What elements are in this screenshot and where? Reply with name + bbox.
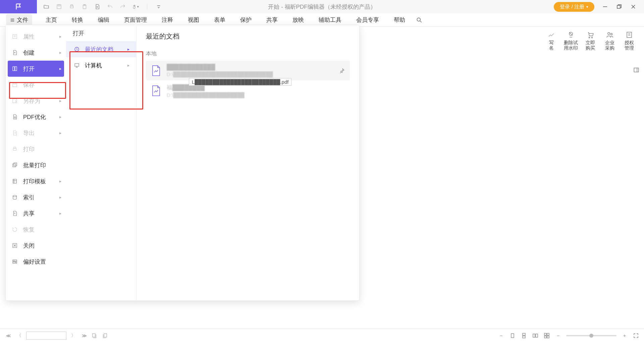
- tab-view[interactable]: 视图: [180, 16, 207, 24]
- action-remove-watermark[interactable]: 删除试 用水印: [563, 30, 579, 51]
- svg-rect-7: [617, 5, 620, 8]
- file-menu-print[interactable]: 打印: [6, 141, 66, 157]
- login-register-button[interactable]: 登录 / 注册▾: [554, 2, 594, 12]
- view-continuous-icon[interactable]: [521, 332, 527, 339]
- hand-icon[interactable]: ▾: [132, 3, 139, 10]
- svg-rect-44: [13, 260, 17, 264]
- tab-convert[interactable]: 转换: [64, 16, 91, 24]
- prev-page-button[interactable]: 〈: [15, 333, 23, 339]
- undo-icon[interactable]: [107, 3, 113, 10]
- file-menu-preferences[interactable]: 偏好设置: [6, 254, 66, 270]
- recent-doc-1[interactable]: ████████████ D:\████████████████████████…: [146, 61, 350, 80]
- save-icon[interactable]: [56, 3, 62, 10]
- tab-slideshow[interactable]: 放映: [285, 16, 311, 24]
- file-menu-panel: 属性▸ 创建▸ 打开▸ 保存 另存为▸ PDF优化▸ 导出▸ 打印 批量打印 打…: [5, 25, 360, 301]
- file-menu-share[interactable]: 共享▸: [6, 205, 66, 221]
- tab-edit[interactable]: 编辑: [91, 16, 117, 24]
- file-menu-optimize[interactable]: PDF优化▸: [6, 109, 66, 125]
- file-menu-save[interactable]: 保存: [6, 77, 66, 93]
- file-menu-recover[interactable]: 恢复: [6, 221, 66, 237]
- svg-rect-37: [13, 179, 17, 183]
- tab-vip[interactable]: 会员专享: [349, 16, 386, 24]
- svg-point-32: [14, 117, 16, 118]
- action-enterprise[interactable]: 企业 采购: [602, 30, 618, 51]
- svg-rect-24: [13, 35, 17, 39]
- first-page-button[interactable]: ≪: [5, 333, 12, 338]
- file-tab[interactable]: 文件: [6, 14, 32, 26]
- close-button[interactable]: [630, 3, 637, 10]
- tab-accessibility[interactable]: 辅助工具: [311, 16, 349, 24]
- pdf-file-icon: [151, 85, 161, 97]
- recent-doc-1-path: D:\████████████████████████████: [167, 71, 339, 77]
- new-page-icon[interactable]: [94, 3, 101, 10]
- svg-rect-57: [523, 336, 525, 338]
- svg-rect-58: [533, 334, 535, 337]
- fullscreen-icon[interactable]: [633, 332, 639, 339]
- svg-rect-50: [75, 64, 79, 66]
- minimize-button[interactable]: [602, 3, 608, 10]
- view-single-page-icon[interactable]: [509, 332, 516, 339]
- recent-doc-1-name: ████████████: [167, 64, 339, 71]
- file-menu-export[interactable]: 导出▸: [6, 125, 66, 141]
- recent-section-local: 本地: [146, 50, 350, 57]
- svg-rect-28: [15, 67, 17, 71]
- tab-share[interactable]: 共享: [259, 16, 285, 24]
- tab-protect[interactable]: 保护: [233, 16, 259, 24]
- svg-rect-55: [511, 334, 514, 338]
- tab-home[interactable]: 主页: [38, 16, 64, 24]
- view-facing-icon[interactable]: [532, 332, 539, 339]
- submenu-recent-docs[interactable]: 最近的文档▸: [66, 41, 136, 57]
- svg-rect-53: [93, 334, 95, 337]
- pdf-file-icon: [151, 65, 161, 77]
- action-buy-now[interactable]: 立即 购买: [582, 30, 598, 51]
- file-menu-index[interactable]: 索引▸: [6, 189, 66, 205]
- submenu-computer[interactable]: 计算机▸: [66, 57, 136, 73]
- zoom-slider[interactable]: [566, 335, 616, 336]
- zoom-out-button[interactable]: −: [498, 332, 504, 339]
- quick-access-toolbar: ▾: [37, 3, 168, 10]
- file-menu-open[interactable]: 打开▸: [8, 61, 64, 77]
- svg-rect-31: [13, 99, 17, 103]
- page-back-button[interactable]: [91, 333, 99, 339]
- submenu-header: 打开: [66, 25, 136, 41]
- file-menu-properties[interactable]: 属性▸: [6, 28, 66, 45]
- customize-dropdown-icon[interactable]: [155, 3, 162, 10]
- zoom-plus-icon[interactable]: +: [621, 332, 628, 339]
- file-menu-save-as[interactable]: 另存为▸: [6, 93, 66, 109]
- ribbon-actions-right: 写 名 删除试 用水印 立即 购买 企业 采购 授权 管理: [537, 27, 644, 54]
- maximize-button[interactable]: [616, 3, 623, 10]
- tab-help[interactable]: 帮助: [386, 16, 413, 24]
- clock-icon: [73, 46, 81, 52]
- file-menu-print-template[interactable]: 打印模板▸: [6, 173, 66, 189]
- file-menu-create[interactable]: 创建▸: [6, 45, 66, 61]
- tab-page-manage[interactable]: 页面管理: [117, 16, 154, 24]
- svg-rect-62: [544, 336, 546, 338]
- file-menu-close[interactable]: 关闭: [6, 237, 66, 254]
- page-forward-button[interactable]: [102, 333, 109, 339]
- last-page-button[interactable]: ≫: [80, 333, 88, 338]
- print-icon[interactable]: [68, 3, 75, 10]
- clipboard-icon[interactable]: [81, 3, 88, 10]
- app-logo[interactable]: [0, 0, 37, 13]
- zoom-minus-icon[interactable]: −: [555, 332, 561, 339]
- redo-icon[interactable]: [119, 3, 126, 10]
- next-page-button[interactable]: 〉: [70, 333, 77, 339]
- open-folder-icon[interactable]: [43, 3, 50, 10]
- svg-point-40: [13, 195, 17, 197]
- view-facing-continuous-icon[interactable]: [543, 332, 550, 339]
- action-sign[interactable]: 写 名: [543, 30, 559, 51]
- tab-form[interactable]: 表单: [207, 16, 233, 24]
- file-menu-column-1: 属性▸ 创建▸ 打开▸ 保存 另存为▸ PDF优化▸ 导出▸ 打印 批量打印 打…: [6, 25, 66, 300]
- tab-annotate[interactable]: 注释: [154, 16, 180, 24]
- search-icon[interactable]: [416, 17, 423, 23]
- recent-doc-2-path: D:\████████████████████: [167, 92, 345, 98]
- page-number-input[interactable]: [26, 332, 66, 340]
- title-bar: ▾ 开始 - 福昕PDF编辑器（未经授权的产品） 登录 / 注册▾: [0, 0, 644, 13]
- sidebar-toggle-icon[interactable]: [633, 67, 639, 73]
- filepath-tooltip: L████████████████████████.pdf: [189, 78, 291, 86]
- svg-point-20: [611, 33, 612, 35]
- pin-icon[interactable]: [339, 68, 345, 74]
- file-menu-batch-print[interactable]: 批量打印: [6, 157, 66, 173]
- action-license[interactable]: 授权 管理: [621, 30, 637, 51]
- file-menu-column-2: 打开 最近的文档▸ 计算机▸: [66, 25, 137, 300]
